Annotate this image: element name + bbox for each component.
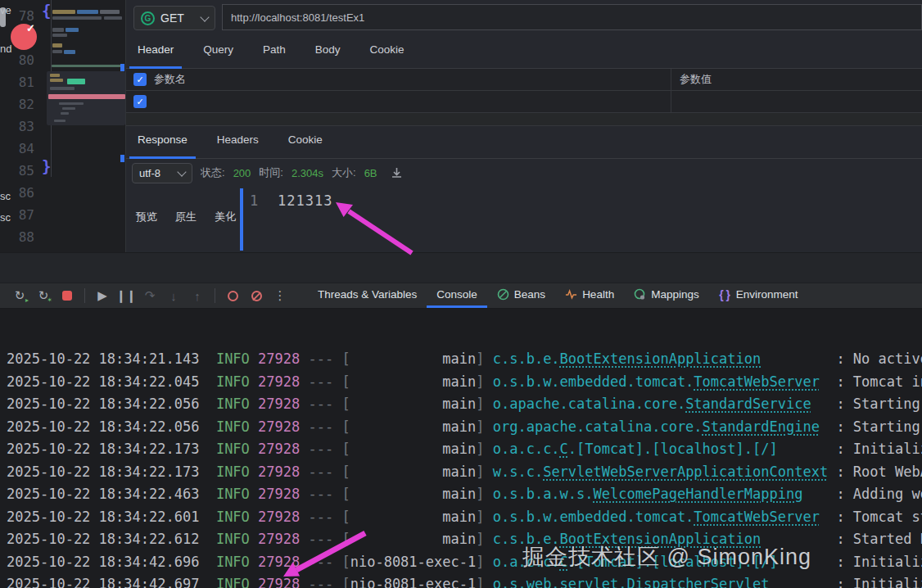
param-value-cell[interactable] [671, 91, 922, 112]
console-log-line: 2025-10-22 18:34:22.173 INFO 27928 --- [… [7, 438, 922, 461]
select-all-checkbox[interactable]: ✓ [133, 73, 147, 86]
params-table: ✓ 参数名 参数值 ✓ [126, 69, 922, 126]
view-tab-beautify[interactable]: 美化 [215, 210, 236, 224]
status-value: 200 [233, 167, 251, 179]
logger-link[interactable]: DispatcherServlet [626, 576, 769, 588]
panel-divider-band [0, 252, 922, 283]
health-pulse-icon [565, 288, 577, 301]
bean-icon [497, 288, 509, 301]
braces-icon: { } [719, 288, 731, 301]
tab-query[interactable]: Query [195, 33, 242, 69]
time-value: 2.304s [292, 167, 323, 179]
run-success-badge-icon[interactable]: ✓ [11, 24, 37, 50]
logger-link[interactable]: WelcomePageHandlerMapping [594, 486, 803, 502]
tab-label: Beans [514, 288, 545, 301]
line-number: 83 [8, 115, 34, 138]
logger-link[interactable]: BootExtensionApplication [560, 351, 762, 367]
console-log-line: 2025-10-22 18:34:42.697 INFO 27928 --- [… [7, 573, 922, 588]
param-name-header: 参数名 [154, 72, 671, 87]
mappings-icon [634, 288, 646, 301]
stop-icon[interactable] [57, 286, 77, 305]
console-log[interactable]: 2025-10-22 18:34:21.143 INFO 27928 --- [… [0, 309, 922, 588]
step-into-icon[interactable]: ↓ [164, 286, 183, 305]
logger-link[interactable]: StandardService [685, 396, 811, 412]
url-input[interactable] [222, 4, 922, 30]
param-value-header: 参数值 [671, 69, 922, 90]
logger-link[interactable]: BootExtensionApplication [560, 531, 762, 547]
logger-link[interactable]: TomcatWebServer [694, 373, 820, 390]
resume-icon[interactable]: ▶ [93, 286, 112, 305]
param-row[interactable]: ✓ [126, 91, 922, 113]
tab-threads-variables[interactable]: Threads & Variables [308, 283, 427, 308]
view-tab-preview[interactable]: 预览 [136, 210, 157, 224]
response-line-number: 1 [250, 192, 258, 209]
logger-link[interactable]: StandardEngine [703, 418, 820, 435]
code-editor-panel[interactable]: ve nd sc sc 78808182838485868788 ✓ { } [0, 0, 126, 252]
open-brace: { [42, 2, 51, 20]
line-number: 85 [8, 160, 34, 182]
console-log-line: 2025-10-22 18:34:22.045 INFO 27928 --- [… [7, 371, 922, 394]
tab-label: Console [436, 288, 477, 301]
get-method-icon: G [141, 11, 155, 25]
logger-link[interactable]: ServletWebServerApplicationContext [543, 464, 828, 480]
http-method-value: GET [160, 11, 196, 25]
view-breakpoints-icon[interactable] [223, 286, 242, 305]
logger-link[interactable]: TomcatWebServer [694, 509, 820, 525]
console-log-line: 2025-10-22 18:34:21.143 INFO 27928 --- [… [7, 348, 922, 371]
pause-icon[interactable]: ❙❙ [116, 286, 136, 305]
tab-beans[interactable]: Beans [487, 283, 555, 308]
response-body-text[interactable]: 121313 [278, 192, 332, 209]
tab-console[interactable]: Console [427, 283, 487, 308]
console-log-line: 2025-10-22 18:34:22.173 INFO 27928 --- [… [7, 461, 922, 484]
time-label: 时间: [259, 165, 283, 180]
close-brace: } [42, 157, 51, 175]
ide-window: ve nd sc sc 78808182838485868788 ✓ { } [0, 0, 922, 588]
tab-response-headers[interactable]: Headers [209, 123, 267, 159]
debug-toolbar: ↻▸↻✶▶❙❙↷↓↑⋮ Threads & Variables Console … [0, 283, 922, 309]
tab-cookie[interactable]: Cookie [362, 33, 413, 69]
response-tabs: Response Headers Cookie [126, 123, 922, 159]
logger-link[interactable]: C [560, 441, 568, 457]
http-client-panel: G GET Header Query Path Body Cookie ✓ 参数… [126, 0, 922, 252]
encoding-value: utf-8 [139, 167, 160, 179]
scrollbar-thumb[interactable] [0, 7, 6, 27]
tab-mappings[interactable]: Mappings [624, 283, 709, 308]
tab-response[interactable]: Response [129, 123, 196, 159]
encoding-select[interactable]: utf-8 [132, 163, 192, 183]
toolbar-separator [215, 288, 215, 303]
rerun-icon[interactable]: ↻▸ [10, 286, 29, 305]
view-tab-raw[interactable]: 原生 [175, 210, 197, 224]
line-number: 87 [8, 204, 34, 226]
chevron-down-icon [177, 167, 186, 176]
step-out-icon[interactable]: ↑ [188, 286, 207, 305]
tab-body[interactable]: Body [307, 33, 349, 69]
mute-breakpoints-icon[interactable] [246, 286, 266, 305]
debug-actions: ↻▸↻✶▶❙❙↷↓↑⋮ [0, 286, 290, 305]
step-over-icon[interactable]: ↷ [140, 286, 160, 305]
line-number: 84 [8, 138, 34, 160]
tab-environment[interactable]: { } Environment [709, 283, 808, 308]
error-stripe-mark[interactable] [120, 64, 124, 71]
more-icon[interactable]: ⋮ [270, 286, 290, 305]
tab-label: Environment [736, 288, 798, 301]
tab-response-cookie[interactable]: Cookie [280, 123, 331, 159]
rerun-attach-icon[interactable]: ↻✶ [34, 286, 53, 305]
line-number: 80 [8, 49, 34, 71]
tab-health[interactable]: Health [555, 283, 624, 308]
param-checkbox[interactable]: ✓ [133, 95, 147, 108]
error-stripe-mark[interactable] [120, 155, 124, 162]
line-number: 86 [8, 182, 34, 204]
http-method-select[interactable]: G GET [133, 6, 215, 30]
tab-label: Health [582, 288, 614, 301]
console-log-line: 2025-10-22 18:34:22.056 INFO 27928 --- [… [7, 393, 922, 416]
logger-link[interactable]: C [560, 554, 568, 570]
response-status-row: utf-8 状态: 200 时间: 2.304s 大小: 6B [126, 159, 922, 187]
download-icon[interactable] [391, 167, 403, 179]
tab-path[interactable]: Path [255, 33, 294, 69]
tab-label: Threads & Variables [318, 288, 417, 301]
size-label: 大小: [332, 165, 356, 180]
tab-header[interactable]: Header [129, 33, 182, 69]
line-number: 82 [8, 93, 34, 115]
console-log-line: 2025-10-22 18:34:22.601 INFO 27928 --- [… [7, 506, 922, 529]
check-icon: ✓ [26, 22, 35, 34]
